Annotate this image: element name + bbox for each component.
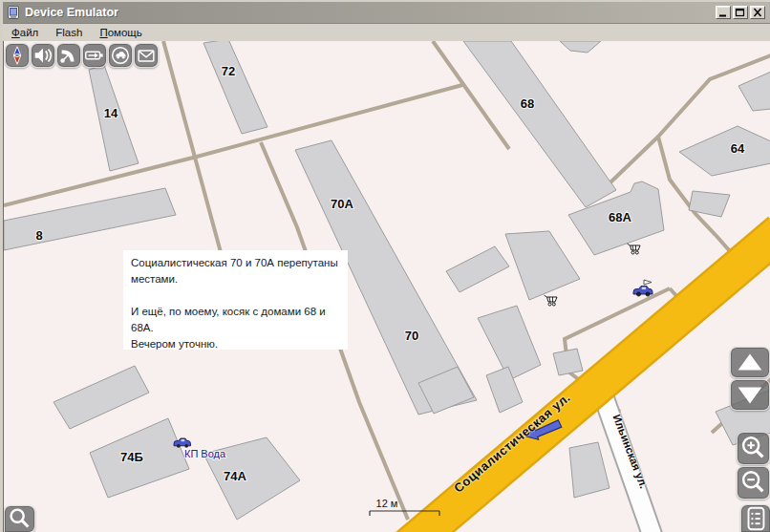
close-button[interactable]: [750, 6, 765, 19]
messages-button[interactable]: [134, 43, 159, 68]
zoom-in-icon: [738, 432, 769, 465]
satellite-button[interactable]: [56, 43, 81, 68]
app-icon: [6, 5, 21, 20]
kp-voda-label: КП Вода: [184, 448, 226, 459]
zoom-in-button[interactable]: [737, 432, 770, 465]
scroll-down-button[interactable]: [730, 379, 770, 411]
volume-button[interactable]: [31, 43, 55, 68]
building: [553, 349, 583, 375]
close-icon: [752, 8, 763, 17]
satellite-dish-icon: [57, 43, 80, 68]
map-canvas[interactable]: 14 72 8 68 64 70А 70 68А 74Б 74А Социали…: [3, 41, 770, 532]
map-menu-button[interactable]: [740, 504, 770, 532]
building-label: 74А: [224, 469, 246, 483]
zoom-out-icon: [738, 466, 769, 500]
battery-icon: [83, 43, 106, 68]
scroll-up-button[interactable]: [730, 347, 770, 378]
minimize-icon: [717, 8, 729, 17]
traffic-button[interactable]: [108, 43, 133, 68]
note-line: 68А.: [131, 320, 348, 336]
building-label: 64: [731, 141, 745, 156]
menu-help[interactable]: Помощь: [91, 25, 150, 40]
map-search-button[interactable]: [4, 505, 35, 532]
minimize-button[interactable]: [716, 6, 731, 19]
building-label: 72: [222, 64, 235, 78]
window-controls: [716, 6, 765, 19]
building-label: 68: [521, 96, 534, 111]
titlebar[interactable]: Device Emulator: [3, 2, 770, 24]
gps-position-button[interactable]: [5, 43, 30, 68]
zoom-out-button[interactable]: [737, 466, 770, 500]
device-emulator-window: Device Emulator Файл Flash Помощь: [0, 0, 770, 532]
mail-icon: [135, 43, 158, 68]
building-label: 70А: [331, 197, 353, 211]
volume-icon: [32, 43, 54, 68]
traffic-icon: [109, 43, 132, 68]
note-line: [131, 287, 348, 304]
menu-list-icon: [741, 504, 770, 532]
building-label: 74Б: [120, 450, 143, 464]
note-line: местами.: [131, 271, 348, 287]
maximize-button[interactable]: [733, 6, 748, 19]
menu-flash[interactable]: Flash: [47, 25, 91, 40]
menubar: Файл Flash Помощь: [3, 24, 770, 41]
building-label: 14: [104, 106, 118, 120]
building-label: 68А: [609, 210, 631, 224]
building-label: 70: [405, 329, 418, 343]
battery-button[interactable]: [82, 43, 107, 68]
arrow-up-icon: [731, 347, 769, 378]
map-toolbar: [5, 43, 159, 68]
map-svg: 14 72 8 68 64 70А 70 68А 74Б 74А Социали…: [4, 41, 770, 532]
menu-file[interactable]: Файл: [3, 25, 47, 40]
note-line: Социалистическая 70 и 70А перепутаны: [131, 255, 348, 271]
building-label: 8: [35, 228, 42, 243]
note-line: Вечером уточню.: [131, 336, 348, 352]
maximize-icon: [735, 8, 746, 17]
map-note: Социалистическая 70 и 70А перепутаны мес…: [123, 250, 348, 350]
search-icon: [5, 505, 34, 532]
arrow-down-icon: [731, 379, 769, 411]
note-line: И ещё, по моему, косяк с домами 68 и: [131, 304, 348, 320]
scale-label: 12 м: [376, 498, 398, 509]
window-title: Device Emulator: [25, 6, 716, 19]
gps-compass-icon: [6, 43, 29, 68]
